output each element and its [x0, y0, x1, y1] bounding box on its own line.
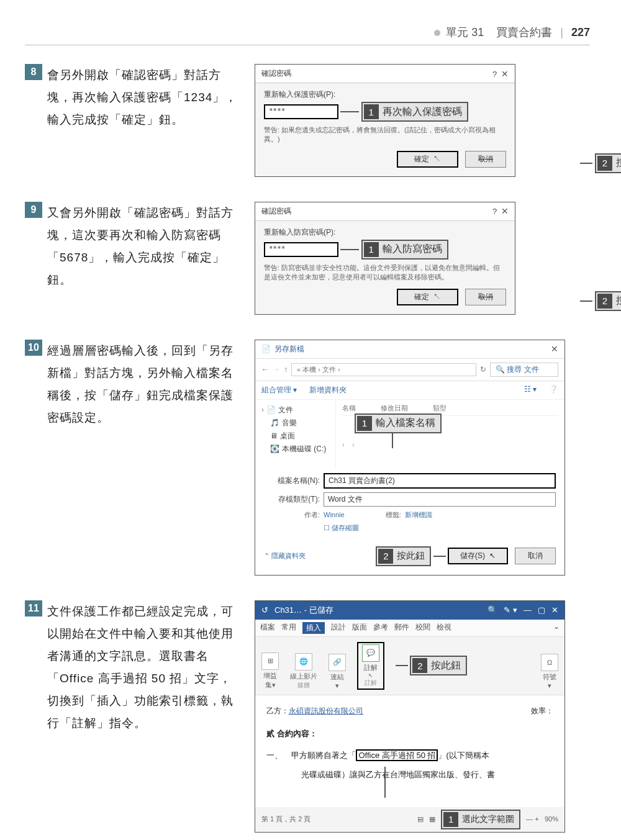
window-title: Ch31… - 已儲存 [274, 605, 333, 616]
tab-home[interactable]: 常用 [281, 622, 296, 634]
step-number-9: 9 [25, 202, 42, 218]
callout-press-button: 2按此鈕 [595, 291, 621, 311]
help-icon[interactable]: ? [492, 207, 497, 216]
filename-label: 檔案名稱(N): [264, 476, 320, 486]
min-icon[interactable]: — [524, 605, 532, 615]
breadcrumb[interactable]: « 本機 › 文件 › [291, 363, 476, 376]
callout-select-text: 1選此文字範圍 [441, 810, 520, 829]
password-label: 重新輸入防寫密碼(P): [264, 227, 506, 238]
max-icon[interactable]: ▢ [538, 605, 545, 615]
step-number-8: 8 [25, 64, 42, 80]
save-button[interactable]: 儲存(S) ↖ [448, 548, 508, 564]
search-icon[interactable]: 🔍 [487, 605, 497, 615]
organize-menu[interactable]: 組合管理 ▾ [261, 385, 297, 395]
password-input[interactable]: **** [264, 242, 338, 257]
close-icon[interactable]: ✕ [501, 206, 509, 216]
confirm-password-dialog: 確認密碼 ? ✕ 重新輸入保護密碼(P): **** 1再次輸入保護密碼 警告:… [255, 64, 515, 177]
help-icon[interactable]: ? [492, 70, 497, 79]
step-8: 8 會另外開啟「確認密碼」對話方塊，再次輸入保護密碼「1234」，輸入完成按「確… [25, 64, 590, 177]
refresh-icon[interactable]: ↻ [480, 365, 486, 374]
dialog-title: 確認密碼 [261, 68, 291, 79]
callout-press-save: 2按此鈕 [376, 546, 431, 566]
section-heading: 貳 合約內容： [266, 726, 553, 742]
step-number-11: 11 [25, 600, 42, 616]
step-10-description: 經過層層密碼輸入後，回到「另存新檔」對話方塊，另外輸入檔案名稱後，按「儲存」鈕完… [47, 340, 242, 429]
close-icon[interactable]: ✕ [551, 344, 558, 354]
filename-input[interactable]: Ch31 買賣合約書(2) [324, 473, 556, 489]
help-icon[interactable]: ❔ [549, 385, 558, 395]
page-header: 單元 31 買賣合約書 | 227 [25, 25, 590, 45]
tab-references[interactable]: 參考 [373, 622, 388, 634]
filetype-select[interactable]: Word 文件 [324, 492, 556, 507]
ribbon-links[interactable]: 連結▾ [329, 654, 346, 690]
author-value: Winnie [324, 511, 345, 518]
filetype-label: 存檔類型(T): [264, 494, 320, 505]
back-icon[interactable]: ← [261, 365, 269, 374]
ok-button[interactable]: 確定 ↖ [397, 289, 458, 305]
password-label: 重新輸入保護密碼(P): [264, 89, 506, 100]
page-number: 227 [571, 26, 590, 38]
tag-value[interactable]: 新增標識 [405, 510, 432, 520]
step-11: 11 文件保護工作都已經設定完成，可以開始在文件中輸入要和其他使用者溝通的文字訊… [25, 600, 590, 833]
view-icon[interactable]: ☷ ▾ [524, 385, 537, 395]
doc-title: 買賣合約書 [496, 26, 552, 38]
tab-view[interactable]: 檢視 [437, 622, 451, 634]
save-thumbnail-checkbox[interactable]: ☐ 儲存縮圖 [324, 523, 359, 533]
step-10: 10 經過層層密碼輸入後，回到「另存新檔」對話方塊，另外輸入檔案名稱後，按「儲存… [25, 340, 590, 576]
hide-folders-toggle[interactable]: ⌃ 隱藏資料夾 [264, 551, 306, 561]
file-list[interactable]: 名稱 修改日期 類型 1輸入檔案名稱 ‹ › [336, 400, 564, 468]
dialog-title: 確認密碼 [261, 206, 291, 217]
selected-text[interactable]: Office 高手過招 50 招 [356, 749, 438, 761]
word-icon [261, 345, 271, 353]
callout-press-button: 2按此鈕 [595, 153, 621, 173]
ok-button[interactable]: 確定 ↖ [397, 151, 458, 168]
cancel-button[interactable]: 取消 [465, 151, 506, 168]
search-input[interactable]: 🔍 搜尋 文件 [490, 363, 558, 377]
step-number-10: 10 [25, 340, 42, 356]
warning-text: 警告: 如果您遺失或忘記密碼，將會無法回復。(請記住，密碼或大小寫視為相異。) [264, 125, 506, 145]
new-folder-button[interactable]: 新增資料夾 [309, 385, 347, 395]
page-status: 第 1 頁，共 2 頁 [261, 815, 310, 824]
cancel-button[interactable]: 取消 [465, 289, 506, 305]
view-icons[interactable]: ▤ ▦ [417, 815, 439, 822]
document-body[interactable]: 乙方：永碩資訊股份有限公司 效率： 貳 合約內容： 一、 甲方願將自著之「Off… [255, 695, 564, 807]
collapse-ribbon-icon[interactable]: ⌄ [553, 622, 560, 634]
password-input[interactable]: **** [264, 104, 338, 119]
pen-icon[interactable]: ✎ ▾ [504, 605, 517, 615]
zoom-level[interactable]: 90% [545, 815, 558, 822]
tab-review[interactable]: 校閱 [415, 622, 430, 634]
tab-insert[interactable]: 插入 [302, 622, 325, 634]
ribbon-online-video[interactable]: 線上影片 媒體 [290, 653, 317, 690]
tab-design[interactable]: 設計 [331, 622, 346, 634]
folder-tree[interactable]: › 文件 音樂 桌面 本機磁碟 (C:) [255, 400, 336, 468]
step-11-description: 文件保護工作都已經設定完成，可以開始在文件中輸入要和其他使用者溝通的文字訊息。選… [47, 600, 242, 735]
cancel-button[interactable]: 取消 [515, 548, 556, 564]
word-window: ↺ Ch31… - 已儲存 🔍 ✎ ▾ — ▢ ✕ 檔案 常用 插入 設計 版面… [255, 600, 565, 833]
step-9: 9 又會另外開啟「確認密碼」對話方塊，這次要再次和輸入防寫密碼「5678」，輸入… [25, 202, 590, 315]
warning-text: 警告: 防寫密碼並非安全性功能。這份文件受到保護，以避免在無意間編輯。但是這份文… [264, 263, 506, 282]
close-icon[interactable]: ✕ [551, 605, 558, 615]
ribbon-group-addons[interactable]: ⊞增益集▾ [261, 653, 279, 690]
tab-mailings[interactable]: 郵件 [394, 622, 409, 634]
ribbon-comment-button[interactable]: 註解↖ 註解 [357, 642, 384, 690]
ribbon-symbols[interactable]: Ω符號▾ [541, 654, 558, 690]
step-8-description: 會另外開啟「確認密碼」對話方塊，再次輸入保護密碼「1234」，輸入完成按「確定」… [47, 64, 242, 131]
callout-reenter-password: 1再次輸入保護密碼 [361, 102, 468, 122]
up-icon[interactable]: ↑ [284, 365, 288, 374]
step-9-description: 又會另外開啟「確認密碼」對話方塊，這次要再次和輸入防寫密碼「5678」，輸入完成… [47, 202, 242, 291]
callout-press-comment: 2按此鈕 [410, 656, 467, 675]
tab-layout[interactable]: 版面 [352, 622, 367, 634]
tab-file[interactable]: 檔案 [260, 622, 275, 634]
save-as-dialog: 另存新檔 ✕ ← → ↑ « 本機 › 文件 › ↻ 🔍 搜尋 文件 組合管理 … [255, 340, 565, 576]
callout-enter-write-password: 1輸入防寫密碼 [361, 240, 448, 260]
forward-icon[interactable]: → [273, 365, 280, 374]
unit-label: 單元 31 [446, 26, 484, 38]
callout-enter-filename: 1輸入檔案名稱 [355, 413, 442, 433]
autosave-icon[interactable]: ↺ [261, 605, 268, 615]
close-icon[interactable]: ✕ [501, 69, 509, 79]
ribbon-tabs[interactable]: 檔案 常用 插入 設計 版面 參考 郵件 校閱 檢視 ⌄ [255, 620, 564, 637]
confirm-write-password-dialog: 確認密碼 ? ✕ 重新輸入防寫密碼(P): **** 1輸入防寫密碼 警告: 防… [255, 202, 515, 315]
save-as-title: 另存新檔 [274, 344, 304, 355]
